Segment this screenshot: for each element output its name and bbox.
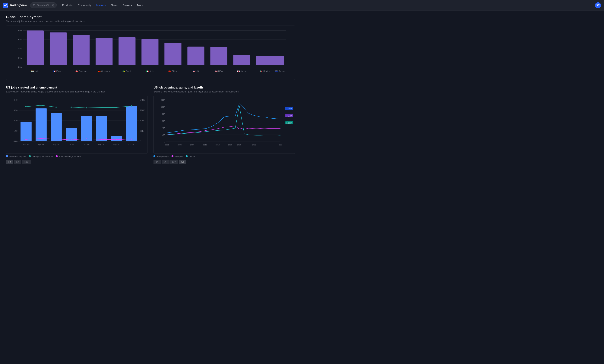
svg-text:🇩🇪 Germany: 🇩🇪 Germany: [98, 70, 110, 73]
us-layoffs-section: US job openings, quits, and layoffs Exam…: [153, 86, 295, 164]
svg-text:🇷🇺 Russia: 🇷🇺 Russia: [275, 70, 286, 73]
user-avatar[interactable]: XT: [595, 2, 601, 8]
nav-brokers[interactable]: Brokers: [121, 2, 134, 8]
period-10y-layoffs[interactable]: 10Y: [169, 160, 178, 164]
svg-rect-56: [96, 116, 107, 141]
period-5y-layoffs[interactable]: 5Y: [162, 160, 169, 164]
svg-rect-0: [3, 3, 8, 8]
nav-links: Products Community Markets News Brokers …: [60, 2, 595, 8]
svg-text:8%: 8%: [18, 29, 22, 32]
legend-layoffs: Layoffs: [186, 155, 195, 158]
legend-quits-color: [172, 155, 174, 157]
navigation: TradingView Search (Ctrl+K) Products Com…: [0, 0, 604, 11]
legend-hourly-label: Hourly earnings, % MoM: [59, 155, 81, 158]
nav-community[interactable]: Community: [76, 2, 93, 8]
legend-hourly: Hourly earnings, % MoM: [56, 155, 81, 158]
svg-text:1.10: 1.10: [13, 130, 17, 132]
bottom-charts: US jobs created and unemployment Explore…: [6, 86, 295, 164]
svg-point-66: [131, 105, 132, 107]
svg-point-59: [25, 106, 26, 107]
svg-text:0.00: 0.00: [13, 140, 17, 143]
us-jobs-section: US jobs created and unemployment Explore…: [6, 86, 148, 164]
badge-layoffs: 1.63M: [285, 121, 293, 124]
us-layoffs-legend: Job openings Job quits Layoffs: [153, 155, 295, 158]
svg-rect-14: [73, 35, 89, 65]
badge-job-openings: 7.74M: [285, 107, 293, 110]
svg-text:0: 0: [164, 141, 165, 143]
svg-point-72: [101, 139, 102, 140]
unemployment-subtitle: Track world joblessness trends and uncov…: [6, 20, 295, 23]
svg-point-64: [101, 107, 102, 108]
svg-text:6%: 6%: [18, 38, 22, 41]
svg-rect-18: [164, 43, 181, 65]
legend-quits-label: Job quits: [174, 155, 183, 158]
svg-text:🇬🇧 UK: 🇬🇧 UK: [193, 70, 199, 73]
svg-text:May '24: May '24: [53, 144, 59, 146]
svg-point-63: [86, 107, 87, 109]
svg-text:4%: 4%: [18, 48, 22, 50]
legend-hourly-color: [56, 155, 58, 157]
nav-products[interactable]: Products: [60, 2, 75, 8]
svg-rect-13: [50, 33, 67, 65]
svg-text:3.30: 3.30: [13, 109, 17, 111]
search-button[interactable]: Search (Ctrl+K): [30, 2, 57, 8]
us-layoffs-subtitle: Examine newly opened positions, quits, a…: [153, 90, 263, 93]
us-jobs-period-buttons: 1Y 5Y 10Y: [6, 160, 148, 164]
us-layoffs-period-buttons: 1Y 5Y 10Y All: [153, 160, 295, 164]
svg-rect-20: [210, 47, 227, 65]
svg-rect-55: [81, 116, 92, 141]
svg-text:2019: 2019: [237, 144, 241, 146]
svg-point-62: [71, 107, 72, 108]
legend-unemployment: Unemployment rate, %: [29, 155, 53, 158]
svg-rect-57: [111, 136, 122, 141]
us-jobs-chart: 4.40 3.30 2.20 1.10 0.00 240K 180K 120K …: [6, 96, 148, 154]
us-layoffs-chart: 7.74M 3.33M 1.63M 12M 10M 8M: [153, 96, 295, 154]
legend-layoffs-color: [186, 155, 188, 157]
svg-rect-19: [187, 47, 204, 65]
svg-text:2M: 2M: [162, 134, 165, 136]
svg-text:2004: 2004: [177, 144, 182, 146]
us-jobs-legend: Non-Farm payrolls Unemployment rate, % H…: [6, 155, 148, 158]
search-placeholder: Search (Ctrl+K): [37, 4, 54, 7]
period-5y-jobs[interactable]: 5Y: [14, 160, 21, 164]
legend-openings: Job openings: [153, 155, 169, 158]
svg-point-70: [71, 139, 72, 140]
period-10y-jobs[interactable]: 10Y: [22, 160, 30, 164]
svg-text:4.40: 4.40: [13, 99, 17, 101]
svg-text:🇲🇽 Mexico: 🇲🇽 Mexico: [260, 70, 270, 73]
search-icon: [33, 4, 36, 7]
svg-rect-21: [233, 55, 250, 65]
svg-rect-17: [141, 39, 158, 65]
svg-rect-15: [96, 38, 113, 65]
svg-text:Jul '24: Jul '24: [84, 144, 88, 146]
svg-text:240K: 240K: [140, 99, 145, 101]
svg-text:2010: 2010: [203, 144, 207, 146]
svg-rect-12: [27, 30, 44, 65]
svg-rect-52: [36, 109, 47, 141]
period-1y-layoffs[interactable]: 1Y: [153, 160, 161, 164]
svg-rect-51: [21, 121, 32, 141]
svg-text:Sep: Sep: [279, 144, 282, 146]
svg-text:Jun '24: Jun '24: [68, 144, 74, 146]
svg-point-71: [86, 138, 87, 139]
svg-point-73: [116, 139, 117, 140]
us-layoffs-title: US job openings, quits, and layoffs: [153, 86, 295, 89]
logo[interactable]: TradingView: [3, 3, 27, 8]
nav-news[interactable]: News: [109, 2, 120, 8]
svg-text:Mar '24: Mar '24: [23, 144, 29, 146]
legend-layoffs-label: Layoffs: [189, 155, 195, 158]
legend-openings-color: [153, 155, 155, 157]
svg-text:🇯🇵 Japan: 🇯🇵 Japan: [237, 70, 246, 73]
svg-text:2007: 2007: [190, 144, 194, 146]
legend-unemployment-label: Unemployment rate, %: [32, 155, 53, 158]
legend-openings-label: Job openings: [156, 155, 169, 158]
legend-nonfarm: Non-Farm payrolls: [6, 155, 26, 158]
period-all-layoffs[interactable]: All: [179, 160, 186, 164]
period-1y-jobs[interactable]: 1Y: [6, 160, 13, 164]
svg-text:Oct '24: Oct '24: [128, 144, 134, 146]
svg-point-74: [131, 139, 132, 140]
svg-point-68: [40, 138, 41, 139]
unemployment-bar-chart: 8% 6% 4% 2% 0%: [11, 29, 290, 78]
nav-more[interactable]: More: [135, 2, 145, 8]
nav-markets[interactable]: Markets: [94, 2, 108, 8]
